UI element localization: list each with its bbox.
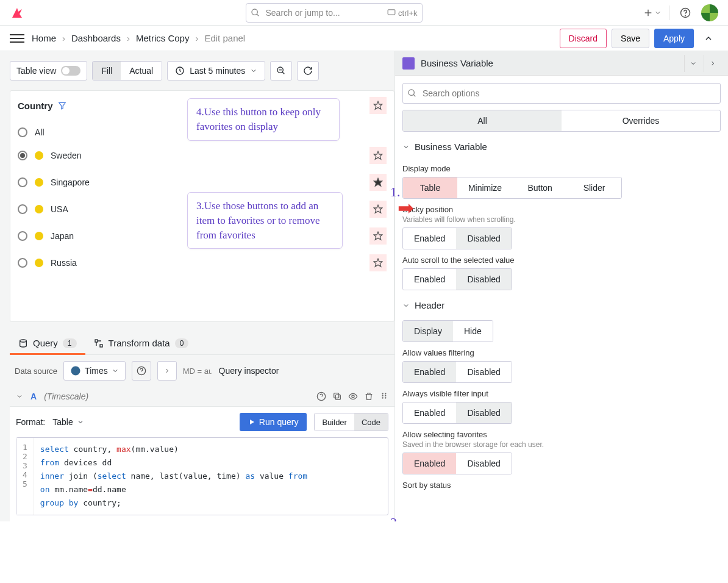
- discard-button[interactable]: Discard: [560, 29, 607, 48]
- tab-transform[interactable]: Transform data 0: [85, 332, 198, 354]
- always-visible-segment[interactable]: Enabled Disabled: [402, 402, 512, 424]
- always-disabled[interactable]: Disabled: [456, 402, 511, 423]
- opt-table[interactable]: Table: [403, 177, 457, 198]
- country-row[interactable]: Sweden: [10, 142, 394, 169]
- trash-icon[interactable]: [364, 392, 374, 401]
- tab-overrides[interactable]: Overrides: [562, 110, 720, 131]
- sql-editor[interactable]: 12345 select country, max(mm.value) from…: [16, 437, 388, 515]
- radio-button[interactable]: [18, 204, 27, 214]
- datasource-help-icon[interactable]: [132, 361, 151, 381]
- autoscroll-segment[interactable]: Enabled Disabled: [402, 268, 512, 290]
- favorite-star-button[interactable]: [369, 147, 387, 164]
- opt-minimize[interactable]: Minimize: [457, 177, 513, 198]
- tab-all[interactable]: All: [403, 110, 562, 131]
- allow-filter-segment[interactable]: Enabled Disabled: [402, 361, 512, 383]
- filter-disabled[interactable]: Disabled: [456, 362, 511, 382]
- label-allow-favorites: Allow selecting favorites: [402, 430, 721, 439]
- options-search-input[interactable]: [402, 83, 721, 104]
- run-query-button[interactable]: Run query: [240, 413, 307, 431]
- country-label: Russia: [51, 258, 77, 268]
- country-row[interactable]: Russia: [10, 249, 394, 276]
- copy-icon[interactable]: [332, 392, 342, 401]
- code-tab[interactable]: Code: [354, 413, 388, 431]
- radio-button[interactable]: [18, 258, 27, 268]
- user-avatar[interactable]: [701, 4, 718, 21]
- format-select[interactable]: Table: [52, 417, 84, 427]
- svg-marker-14: [374, 178, 382, 186]
- query-letter: A: [30, 392, 37, 401]
- radio-button[interactable]: [18, 151, 27, 160]
- apply-button[interactable]: Apply: [654, 29, 694, 48]
- expand-icon[interactable]: [157, 361, 177, 381]
- refresh-icon[interactable]: [297, 61, 319, 80]
- country-label: Singapore: [51, 177, 90, 187]
- builder-tab[interactable]: Builder: [315, 413, 354, 431]
- sticky-disabled[interactable]: Disabled: [456, 228, 511, 249]
- radio-button[interactable]: [18, 177, 27, 187]
- display-mode-segment[interactable]: Table Minimize Button Slider: [402, 177, 622, 199]
- fav-disabled[interactable]: Disabled: [456, 453, 511, 474]
- header-segment[interactable]: Display Hide: [402, 320, 493, 342]
- favorite-star-button[interactable]: [369, 227, 387, 245]
- svg-point-21: [71, 367, 80, 376]
- opt-slider[interactable]: Slider: [567, 177, 621, 198]
- favorites-filter-button[interactable]: [369, 97, 387, 114]
- svg-marker-15: [374, 205, 382, 213]
- svg-rect-2: [388, 10, 395, 15]
- allow-favorites-segment[interactable]: Enabled Disabled: [402, 452, 512, 474]
- svg-marker-12: [374, 101, 382, 109]
- label-sticky: Sticky position: [402, 205, 721, 214]
- svg-point-0: [252, 9, 257, 15]
- panel-type-dropdown-icon[interactable]: [684, 55, 701, 72]
- filter-icon[interactable]: [58, 101, 66, 110]
- menu-icon[interactable]: [10, 31, 24, 46]
- color-dot: [35, 151, 43, 160]
- table-view-toggle[interactable]: Table view: [10, 61, 87, 80]
- svg-point-34: [409, 90, 414, 95]
- favorite-star-button[interactable]: [369, 201, 387, 218]
- drag-icon[interactable]: [380, 392, 388, 401]
- header-display[interactable]: Display: [403, 321, 453, 342]
- fill-actual-segment[interactable]: Fill Actual: [92, 61, 162, 80]
- filter-enabled[interactable]: Enabled: [403, 362, 456, 382]
- autoscroll-enabled[interactable]: Enabled: [403, 269, 456, 290]
- fill-option[interactable]: Fill: [93, 62, 121, 80]
- autoscroll-disabled[interactable]: Disabled: [456, 269, 511, 290]
- crumb-home[interactable]: Home: [32, 33, 56, 43]
- svg-point-32: [385, 397, 386, 398]
- section-header[interactable]: Header: [402, 290, 721, 317]
- help-icon[interactable]: [677, 4, 694, 21]
- sticky-enabled[interactable]: Enabled: [403, 228, 456, 249]
- save-button[interactable]: Save: [612, 29, 649, 48]
- time-range-picker[interactable]: Last 5 minutes: [167, 61, 265, 80]
- tab-query[interactable]: Query 1: [10, 332, 85, 354]
- datasource-select[interactable]: Times: [63, 361, 126, 381]
- fav-enabled[interactable]: Enabled: [403, 453, 456, 474]
- radio-button[interactable]: [18, 231, 27, 241]
- actual-option[interactable]: Actual: [121, 62, 162, 80]
- crumb-dashboards[interactable]: Dashboards: [71, 33, 121, 43]
- eye-icon[interactable]: [348, 392, 358, 401]
- country-label: Sweden: [51, 151, 82, 160]
- query-help-icon[interactable]: [316, 392, 326, 401]
- radio-button[interactable]: [18, 127, 27, 137]
- crumb-copy[interactable]: Metrics Copy: [136, 33, 190, 43]
- label-allow-filter: Allow values filtering: [402, 348, 721, 357]
- zoom-out-icon[interactable]: [270, 61, 292, 80]
- header-hide[interactable]: Hide: [453, 321, 493, 342]
- svg-point-27: [382, 393, 384, 394]
- format-label: Format:: [16, 417, 45, 427]
- add-button[interactable]: [643, 8, 662, 18]
- section-business-variable[interactable]: Business Variable: [402, 132, 721, 158]
- country-label: USA: [51, 204, 68, 214]
- sticky-segment[interactable]: Enabled Disabled: [402, 227, 512, 249]
- panel-next-icon[interactable]: [704, 55, 721, 72]
- label-display-mode: Display mode: [402, 164, 721, 173]
- query-inspector-button[interactable]: Query inspector: [212, 362, 287, 379]
- collapse-icon[interactable]: [699, 29, 718, 48]
- always-enabled[interactable]: Enabled: [403, 402, 456, 423]
- favorite-star-button[interactable]: [369, 254, 387, 271]
- country-label: Japan: [51, 231, 74, 241]
- favorite-star-button[interactable]: [369, 174, 387, 191]
- opt-button[interactable]: Button: [513, 177, 567, 198]
